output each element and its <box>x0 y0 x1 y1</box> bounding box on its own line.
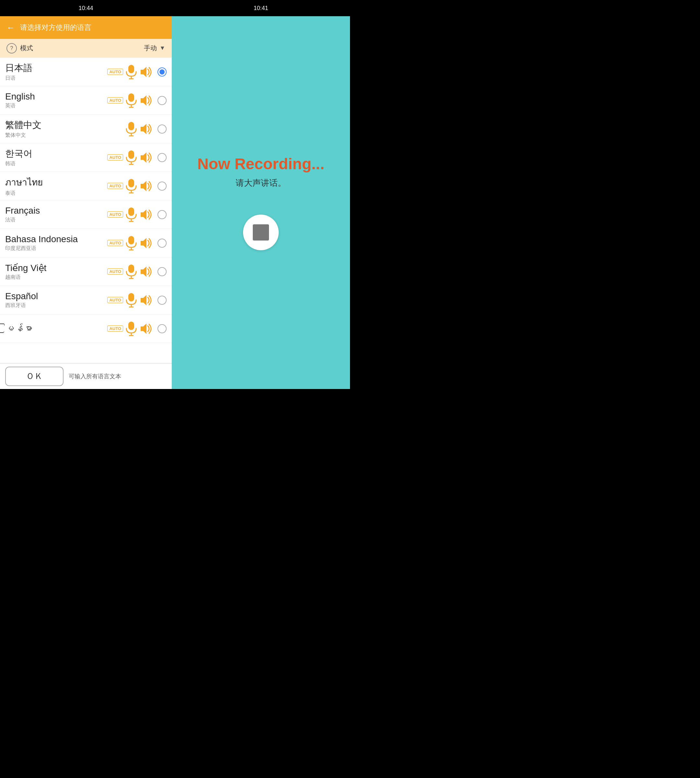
mic-icon <box>125 264 137 279</box>
speaker-icon <box>139 294 153 306</box>
svg-rect-36 <box>128 322 134 330</box>
svg-marker-27 <box>141 238 147 248</box>
lang-name: Bahasa Indonesia <box>5 234 107 244</box>
mode-label: 模式 <box>20 44 144 52</box>
status-bar-left: 10:44 <box>0 0 172 16</box>
svg-marker-35 <box>141 295 147 306</box>
speaker-icon <box>139 66 153 78</box>
language-list: 日本語日语AUTO English英语AUTO 繁體中文繁体中文 한국어韩语AU… <box>0 58 172 363</box>
time-right: 10:41 <box>253 5 268 12</box>
stop-button[interactable] <box>243 215 279 250</box>
speaker-icon <box>139 237 153 249</box>
radio-button[interactable] <box>158 239 167 248</box>
svg-rect-12 <box>128 150 134 159</box>
svg-marker-7 <box>141 95 147 106</box>
recording-title: Now Recording... <box>197 155 324 173</box>
lang-item[interactable]: Bahasa Indonesia印度尼西亚语AUTO <box>0 229 172 257</box>
auto-badge: AUTO <box>107 97 123 104</box>
right-content: Now Recording... 请大声讲话。 <box>172 16 350 389</box>
auto-badge: AUTO <box>107 183 123 189</box>
auto-badge: AUTO <box>107 211 123 217</box>
back-button[interactable]: ← <box>7 23 15 33</box>
auto-badge: AUTO <box>107 297 123 303</box>
lang-name: ภาษาไทย <box>5 175 107 189</box>
radio-button[interactable] <box>158 296 167 305</box>
lang-item[interactable]: 日本語日语AUTO <box>0 58 172 86</box>
mode-value: 手动 <box>144 44 157 52</box>
speaker-icon <box>139 180 153 192</box>
bottom-bar: ＯＫ 可输入所有语言文本 <box>0 363 172 389</box>
lang-item[interactable]: ภาษาไทย泰语AUTO <box>0 172 172 200</box>
radio-button[interactable] <box>158 125 167 134</box>
svg-rect-24 <box>128 236 134 244</box>
auto-badge: AUTO <box>107 269 123 275</box>
speaker-icon <box>139 151 153 164</box>
lang-name: Français <box>5 205 107 216</box>
lang-item[interactable]: 繁體中文繁体中文 <box>0 115 172 143</box>
radio-button[interactable] <box>158 210 167 219</box>
lang-sub: 日语 <box>5 75 107 82</box>
mic-icon <box>125 150 137 165</box>
lang-item[interactable]: Tiếng Việt越南语AUTO <box>0 257 172 286</box>
lang-sub: 印度尼西亚语 <box>5 245 107 252</box>
mic-icon <box>125 207 137 222</box>
lang-sub: 法语 <box>5 217 107 223</box>
ok-button[interactable]: ＯＫ <box>5 367 63 386</box>
svg-marker-23 <box>141 209 147 220</box>
lang-item[interactable]: English英语AUTO <box>0 86 172 115</box>
speaker-icon <box>139 94 153 107</box>
radio-button[interactable] <box>158 67 167 77</box>
stop-icon <box>253 224 269 240</box>
radio-button[interactable] <box>158 182 167 190</box>
mic-icon <box>125 321 137 336</box>
mic-icon <box>125 65 137 79</box>
mode-dropdown-arrow[interactable]: ▼ <box>160 45 165 52</box>
lang-sub: 越南语 <box>5 274 107 281</box>
lang-name: 한국어 <box>5 147 107 160</box>
lang-name: English <box>5 92 107 102</box>
lang-name: 日本語 <box>5 62 107 74</box>
lang-name: Español <box>5 291 107 302</box>
lang-sub: 西班牙语 <box>5 302 107 309</box>
lang-sub: 泰语 <box>5 190 107 197</box>
svg-rect-16 <box>128 179 134 187</box>
svg-marker-19 <box>141 181 147 191</box>
radio-button[interactable] <box>158 96 167 105</box>
speaker-icon <box>139 265 153 278</box>
lang-item[interactable]: Français法语AUTO <box>0 200 172 229</box>
svg-rect-8 <box>128 122 134 130</box>
lang-item[interactable]: Español西班牙语AUTO <box>0 286 172 314</box>
lang-item[interactable]: မြန်မာAUTO <box>0 314 172 343</box>
svg-rect-32 <box>128 293 134 302</box>
auto-badge: AUTO <box>107 154 123 160</box>
header-title: 请选择对方使用的语言 <box>20 23 92 32</box>
radio-inner <box>160 69 165 75</box>
auto-badge: AUTO <box>107 326 123 332</box>
radio-button[interactable] <box>158 153 167 162</box>
speaker-icon <box>139 123 153 135</box>
lang-sub: 英语 <box>5 102 107 109</box>
header: ← 请选择对方使用的语言 <box>0 16 172 39</box>
svg-marker-39 <box>141 324 147 334</box>
mode-row: ? 模式 手动 ▼ <box>0 39 172 58</box>
svg-rect-4 <box>128 93 134 102</box>
left-panel: 10:44 ← 请选择对方使用的语言 ? 模式 手动 ▼ 日本語日语AUTO E… <box>0 0 172 389</box>
time-left: 10:44 <box>78 5 93 12</box>
mic-icon <box>125 179 137 194</box>
status-bar-right: 10:41 <box>172 0 350 16</box>
svg-marker-15 <box>141 152 147 163</box>
help-icon[interactable]: ? <box>7 43 17 53</box>
auto-badge: AUTO <box>107 240 123 246</box>
speaker-icon <box>139 322 153 335</box>
svg-rect-28 <box>128 264 134 273</box>
svg-rect-0 <box>128 65 134 73</box>
recording-subtitle: 请大声讲话。 <box>236 177 286 189</box>
svg-marker-3 <box>141 67 147 77</box>
svg-marker-31 <box>141 267 147 277</box>
radio-button[interactable] <box>158 267 167 276</box>
radio-button[interactable] <box>158 324 167 333</box>
lang-item[interactable]: 한국어韩语AUTO <box>0 143 172 172</box>
speaker-icon <box>139 209 153 221</box>
lang-sub: 韩语 <box>5 160 107 167</box>
mic-icon <box>125 235 137 250</box>
